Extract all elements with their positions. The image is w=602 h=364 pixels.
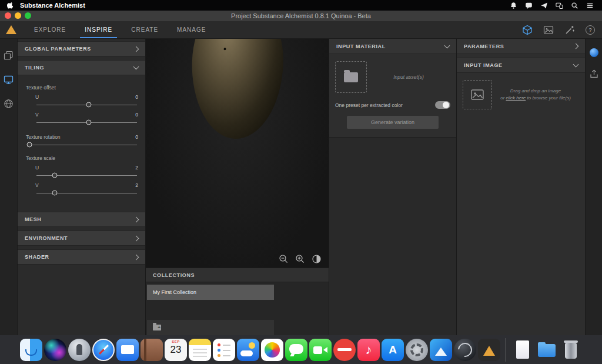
slider-value-u[interactable]: 0 xyxy=(135,94,138,100)
dock-calendar-icon[interactable]: SEP 23 xyxy=(165,339,187,361)
dock-system-preferences-icon[interactable] xyxy=(406,339,428,361)
dock-downloads-icon[interactable] xyxy=(536,339,558,361)
texture-offset-u-slider[interactable] xyxy=(36,101,137,108)
image-view-icon[interactable] xyxy=(543,25,554,35)
tab-inspire[interactable]: INSPIRE xyxy=(75,21,122,38)
parameters-header[interactable]: PARAMETERS xyxy=(457,39,585,54)
tab-create[interactable]: CREATE xyxy=(122,21,168,38)
toggle-knob[interactable] xyxy=(443,102,449,108)
input-image-header[interactable]: INPUT IMAGE xyxy=(457,58,585,73)
add-collection-tile[interactable]: + xyxy=(147,320,274,335)
input-asset-dropzone[interactable] xyxy=(335,61,367,93)
export-upload-icon[interactable] xyxy=(589,69,599,79)
dock-substance-alchemist-icon[interactable] xyxy=(478,339,500,361)
dock-siri-icon[interactable] xyxy=(44,339,66,361)
environment-sphere-icon[interactable] xyxy=(312,254,322,264)
tiling-header[interactable]: TILING xyxy=(18,60,145,75)
menu-app-name[interactable]: Substance Alchemist xyxy=(20,2,85,9)
dock-photos-icon[interactable] xyxy=(261,339,283,361)
section-label: MESH xyxy=(25,216,41,222)
dock-trash-icon[interactable] xyxy=(560,339,582,361)
dock-documents-icon[interactable] xyxy=(511,339,534,361)
minimize-button[interactable] xyxy=(15,12,21,19)
texture-offset-v-slider[interactable] xyxy=(36,119,137,126)
shader-header[interactable]: SHADER xyxy=(18,249,145,265)
dock-facetime-icon[interactable] xyxy=(309,339,332,361)
left-parameters-panel: GLOBAL PARAMETERS TILING Texture offset … xyxy=(18,39,146,335)
window-title-bar[interactable]: Project Substance Alchemist 0.8.1 Quinoa… xyxy=(0,11,602,21)
alchemist-logo-icon[interactable] xyxy=(6,25,16,34)
chevron-down-icon xyxy=(573,62,579,68)
displays-icon[interactable] xyxy=(556,2,563,9)
environment-header[interactable]: ENVIRONMENT xyxy=(18,231,145,246)
left-toolbar xyxy=(0,39,18,335)
dock-reminders-icon[interactable] xyxy=(213,339,235,361)
airdrop-icon[interactable] xyxy=(540,2,548,9)
dock-weather-icon[interactable] xyxy=(237,339,259,361)
help-icon[interactable]: ? xyxy=(586,25,595,35)
slider-track[interactable] xyxy=(27,145,137,145)
magic-wand-icon[interactable] xyxy=(564,25,575,35)
collection-item[interactable]: My First Collection xyxy=(147,285,274,300)
section-label: TILING xyxy=(25,65,44,71)
dock-app-dark-icon[interactable] xyxy=(454,339,476,361)
main-content: GLOBAL PARAMETERS TILING Texture offset … xyxy=(0,39,602,335)
slider-handle[interactable] xyxy=(86,120,91,125)
input-material-header[interactable]: INPUT MATERIAL xyxy=(329,39,456,54)
slider-value-v[interactable]: 2 xyxy=(135,182,138,188)
collections-header[interactable]: COLLECTIONS xyxy=(146,268,329,282)
zoom-button[interactable] xyxy=(25,12,31,19)
material-preview-egg[interactable] xyxy=(189,39,285,141)
slider-value-v[interactable]: 0 xyxy=(135,112,138,118)
globe-icon[interactable] xyxy=(4,99,14,109)
slider-value-u[interactable]: 2 xyxy=(135,165,138,171)
dock-app-store-icon[interactable] xyxy=(382,339,404,361)
texture-scale-u-slider[interactable] xyxy=(36,172,137,179)
display-view-icon[interactable] xyxy=(4,75,14,85)
dock-mail-icon[interactable] xyxy=(116,339,139,361)
viewport-3d[interactable] xyxy=(146,39,329,268)
global-parameters-header[interactable]: GLOBAL PARAMETERS xyxy=(18,41,145,56)
dock-app-blue-icon[interactable] xyxy=(430,339,452,361)
dock-music-icon[interactable] xyxy=(357,339,380,361)
apple-menu-icon[interactable] xyxy=(7,2,14,9)
control-center-icon[interactable] xyxy=(586,2,594,9)
chevron-right-icon xyxy=(133,216,139,222)
dock-finder-icon[interactable] xyxy=(20,339,42,361)
spotlight-icon[interactable] xyxy=(571,2,578,9)
zoom-in-icon[interactable] xyxy=(295,254,305,264)
3d-view-cube-icon[interactable] xyxy=(522,25,533,35)
dock-launchpad-icon[interactable] xyxy=(68,339,91,361)
slider-handle[interactable] xyxy=(86,102,91,108)
slider-handle[interactable] xyxy=(52,191,57,196)
collections-panel: COLLECTIONS My First Collection + xyxy=(146,268,329,335)
messages-icon[interactable] xyxy=(525,2,533,9)
slider-label-v: V xyxy=(35,182,39,188)
dock-notes-icon[interactable] xyxy=(189,339,211,361)
dock-messages-icon[interactable] xyxy=(285,339,307,361)
dock-screen-time-icon[interactable] xyxy=(333,339,356,361)
tab-explore[interactable]: EXPLORE xyxy=(25,21,75,38)
app-tab-bar: EXPLORE INSPIRE CREATE MANAGE ? xyxy=(0,21,602,39)
slider-handle[interactable] xyxy=(26,142,32,148)
dock-contacts-icon[interactable] xyxy=(141,339,163,361)
layers-icon[interactable] xyxy=(4,51,14,61)
chevron-right-icon xyxy=(133,254,139,260)
slider-handle[interactable] xyxy=(52,173,57,178)
generate-variation-button[interactable]: Generate variation xyxy=(347,116,439,129)
community-sphere-icon[interactable] xyxy=(590,48,598,57)
notifications-icon[interactable] xyxy=(510,2,517,9)
zoom-out-icon[interactable] xyxy=(279,254,289,264)
preset-toggle[interactable] xyxy=(435,101,450,109)
close-button[interactable] xyxy=(5,12,11,19)
texture-scale-v-slider[interactable] xyxy=(36,189,137,196)
input-image-dropzone[interactable] xyxy=(463,80,492,109)
tab-manage[interactable]: MANAGE xyxy=(168,21,215,38)
texture-scale-v-labels: V 2 xyxy=(26,182,138,188)
add-folder-icon: + xyxy=(153,325,161,330)
browse-files-link[interactable]: click here xyxy=(506,95,526,101)
texture-rotation-slider[interactable] xyxy=(27,141,137,148)
dock-safari-icon[interactable] xyxy=(92,339,115,361)
texture-rotation-value[interactable]: 0 xyxy=(135,134,138,140)
mesh-header[interactable]: MESH xyxy=(18,212,145,227)
